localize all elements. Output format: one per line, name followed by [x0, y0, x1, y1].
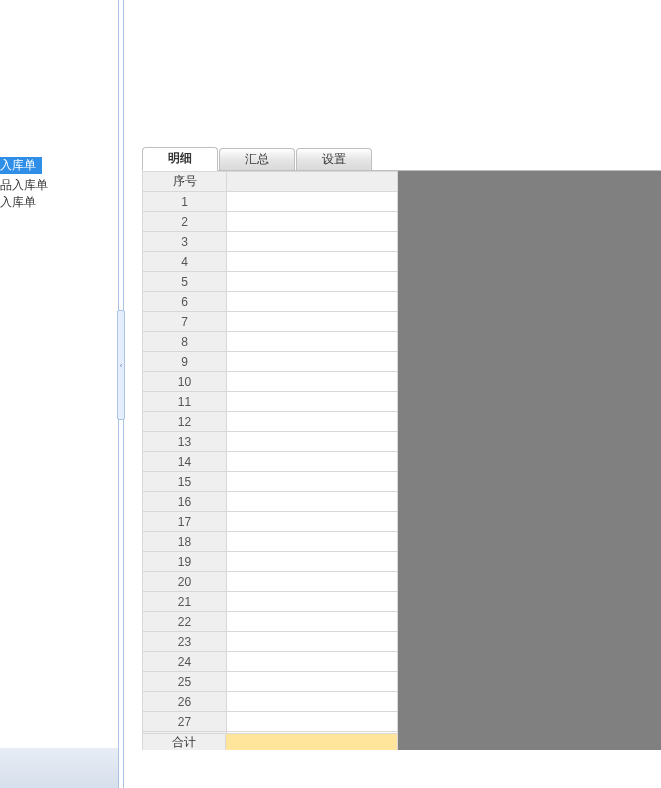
grid-cell[interactable]: [227, 532, 398, 552]
row-number[interactable]: 23: [143, 632, 227, 652]
row-number[interactable]: 19: [143, 552, 227, 572]
grid-table[interactable]: 序号 1 2 3 4 5 6 7 8 9 10 11 12: [142, 171, 398, 746]
row-number[interactable]: 2: [143, 212, 227, 232]
grid-cell[interactable]: [227, 252, 398, 272]
row-number[interactable]: 5: [143, 272, 227, 292]
chevron-left-icon: ‹: [120, 361, 123, 370]
row-number[interactable]: 1: [143, 192, 227, 212]
grid-cell[interactable]: [227, 272, 398, 292]
row-number[interactable]: 3: [143, 232, 227, 252]
grid-cell[interactable]: [227, 672, 398, 692]
row-number[interactable]: 22: [143, 612, 227, 632]
sidebar: 入库单 品入库单 入库单: [0, 0, 120, 788]
grid-cell[interactable]: [227, 232, 398, 252]
row-number[interactable]: 12: [143, 412, 227, 432]
sidebar-collapse-handle[interactable]: ‹: [117, 310, 125, 420]
row-number[interactable]: 4: [143, 252, 227, 272]
row-number[interactable]: 17: [143, 512, 227, 532]
sidebar-footer: [0, 748, 120, 788]
grid-cell[interactable]: [227, 552, 398, 572]
grid-cell[interactable]: [227, 452, 398, 472]
grid-cell[interactable]: [227, 332, 398, 352]
tab-summary[interactable]: 汇总: [219, 148, 295, 170]
grid-cell[interactable]: [227, 312, 398, 332]
content-header-blank: [142, 0, 661, 146]
grid-cell[interactable]: [227, 352, 398, 372]
tabstrip: 明细 汇总 设置: [142, 146, 661, 170]
row-number[interactable]: 11: [143, 392, 227, 412]
grid-cell[interactable]: [227, 432, 398, 452]
grid-cell[interactable]: [227, 372, 398, 392]
grid-cell[interactable]: [227, 592, 398, 612]
row-number[interactable]: 13: [143, 432, 227, 452]
grid-cell[interactable]: [227, 632, 398, 652]
content-area: 明细 汇总 设置 序号 1 2 3 4 5 6: [142, 0, 661, 788]
grid-cell[interactable]: [227, 652, 398, 672]
grid-cell[interactable]: [227, 512, 398, 532]
row-number[interactable]: 8: [143, 332, 227, 352]
row-number[interactable]: 7: [143, 312, 227, 332]
grid-cell[interactable]: [227, 612, 398, 632]
grid-area: 序号 1 2 3 4 5 6 7 8 9 10 11 12: [142, 171, 398, 771]
grid-cell[interactable]: [227, 492, 398, 512]
grid-footer-value: [226, 733, 398, 751]
row-number[interactable]: 24: [143, 652, 227, 672]
grid-cell[interactable]: [227, 412, 398, 432]
sidebar-item-inbound-2[interactable]: 品入库单: [0, 177, 120, 194]
grid-cell[interactable]: [227, 712, 398, 732]
row-number[interactable]: 15: [143, 472, 227, 492]
row-number[interactable]: 10: [143, 372, 227, 392]
row-number[interactable]: 25: [143, 672, 227, 692]
tab-settings[interactable]: 设置: [296, 148, 372, 170]
grid-cell[interactable]: [227, 392, 398, 412]
row-number[interactable]: 16: [143, 492, 227, 512]
grid-header-blank[interactable]: [227, 172, 398, 192]
row-number[interactable]: 21: [143, 592, 227, 612]
row-number[interactable]: 9: [143, 352, 227, 372]
content-bottom-strip: [142, 750, 661, 770]
row-number[interactable]: 27: [143, 712, 227, 732]
grid-cell[interactable]: [227, 572, 398, 592]
row-number[interactable]: 26: [143, 692, 227, 712]
sidebar-item-inbound-1[interactable]: 入库单: [0, 157, 42, 174]
grid-footer-label: 合计: [142, 733, 226, 751]
grid-cell[interactable]: [227, 192, 398, 212]
grid-cell[interactable]: [227, 692, 398, 712]
grid-cell[interactable]: [227, 212, 398, 232]
row-number[interactable]: 14: [143, 452, 227, 472]
row-number[interactable]: 6: [143, 292, 227, 312]
sidebar-list: 入库单 品入库单 入库单: [0, 157, 120, 211]
grid-header-seq[interactable]: 序号: [143, 172, 227, 192]
tab-body: 序号 1 2 3 4 5 6 7 8 9 10 11 12: [142, 170, 661, 770]
grid-footer-row: 合计: [142, 733, 398, 751]
grid-cell[interactable]: [227, 472, 398, 492]
tab-detail[interactable]: 明细: [142, 147, 218, 171]
grid-cell[interactable]: [227, 292, 398, 312]
sidebar-item-inbound-3[interactable]: 入库单: [0, 194, 120, 211]
row-number[interactable]: 18: [143, 532, 227, 552]
row-number[interactable]: 20: [143, 572, 227, 592]
